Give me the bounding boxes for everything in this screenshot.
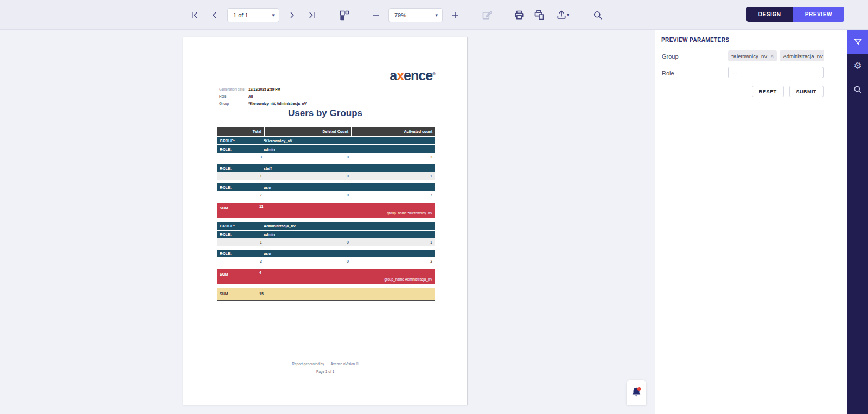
toolbar-divider bbox=[582, 7, 582, 23]
page-selector[interactable]: 1 of 1 ▾ bbox=[227, 8, 279, 22]
toolbar-divider bbox=[328, 7, 328, 23]
cell-total: 1 bbox=[217, 238, 265, 246]
role-param-input[interactable] bbox=[728, 67, 824, 78]
data-row: 1 0 1 bbox=[217, 238, 435, 246]
search-icon bbox=[592, 10, 603, 21]
group-tag: Administracja_nV × bbox=[780, 50, 824, 61]
submit-button[interactable]: SUBMIT bbox=[789, 86, 824, 97]
logo-x: x bbox=[397, 68, 404, 83]
chevron-down-icon: ▾ bbox=[435, 12, 438, 18]
preview-parameters-panel: PREVIEW PARAMETERS Group *Kierownicy_nV … bbox=[655, 30, 847, 414]
print-button[interactable] bbox=[512, 8, 527, 23]
meta-label: Generation date: bbox=[219, 87, 248, 91]
data-row: 3 0 3 bbox=[217, 153, 435, 161]
layout-grid-icon bbox=[339, 10, 349, 21]
tag-text: Administracja_nV bbox=[783, 53, 823, 59]
param-actions: RESET SUBMIT bbox=[728, 86, 824, 97]
bell-icon bbox=[630, 386, 642, 398]
notifications-button[interactable] bbox=[627, 380, 646, 405]
preview-tab[interactable]: PREVIEW bbox=[793, 7, 844, 22]
data-row: 7 0 7 bbox=[217, 191, 435, 199]
role-label: ROLE: bbox=[217, 167, 232, 170]
viewer-toolbar: 1 of 1 ▾ 79% ▾ bbox=[0, 0, 868, 30]
group-label: GROUP: bbox=[217, 224, 235, 228]
report-canvas: axence® Generation date: 12/19/2025 3:59… bbox=[0, 30, 655, 414]
edit-report-button bbox=[480, 8, 495, 23]
sum-note: group_name Administracja_nV bbox=[217, 277, 435, 283]
page-indicator: 1 of 1 bbox=[233, 12, 248, 18]
cell-activated: 7 bbox=[352, 191, 435, 199]
chevron-down-icon: ▾ bbox=[272, 12, 275, 18]
panel-title: PREVIEW PARAMETERS bbox=[661, 37, 729, 43]
first-page-icon bbox=[190, 10, 200, 20]
cell-deleted: 0 bbox=[265, 238, 352, 246]
search-icon bbox=[853, 85, 863, 94]
zoom-level: 79% bbox=[394, 12, 406, 18]
design-tab[interactable]: DESIGN bbox=[746, 7, 793, 22]
mode-toggle: DESIGN PREVIEW bbox=[746, 7, 844, 22]
view-mode-button[interactable] bbox=[336, 8, 352, 23]
sum-label: SUM bbox=[217, 272, 228, 276]
role-row: ROLE: user bbox=[217, 250, 435, 257]
sum-label: SUM bbox=[217, 292, 228, 296]
reset-button[interactable]: RESET bbox=[752, 86, 784, 97]
main-area: axence® Generation date: 12/19/2025 3:59… bbox=[0, 30, 868, 414]
chevron-down-icon: ▾ bbox=[567, 12, 569, 17]
cell-deleted: 0 bbox=[265, 153, 352, 161]
export-button[interactable]: ▾ bbox=[552, 8, 573, 23]
last-page-icon bbox=[307, 10, 317, 20]
group-param-label: Group bbox=[662, 53, 679, 60]
printer-copies-icon bbox=[534, 10, 545, 21]
zoom-out-button[interactable] bbox=[368, 8, 384, 23]
cell-activated: 1 bbox=[352, 238, 435, 246]
report-page: axence® Generation date: 12/19/2025 3:59… bbox=[183, 37, 468, 405]
role-label: ROLE: bbox=[217, 252, 232, 256]
tag-text: *Kierownicy_nV bbox=[731, 53, 768, 59]
export-upload-icon bbox=[556, 10, 567, 21]
role-value: admin bbox=[264, 233, 275, 237]
group-sum-row: SUM 11 group_name *Kierownicy_nV bbox=[217, 203, 435, 218]
meta-row-role: Role All bbox=[219, 93, 307, 100]
meta-row-generation-date: Generation date: 12/19/2025 3:59 PM bbox=[219, 86, 307, 93]
cell-activated: 3 bbox=[352, 257, 435, 265]
settings-tab[interactable]: ⚙ bbox=[847, 54, 868, 78]
zoom-in-button[interactable] bbox=[448, 8, 463, 23]
print-page-button[interactable] bbox=[532, 8, 547, 23]
edit-pencil-icon bbox=[482, 10, 493, 21]
group-param-field[interactable]: *Kierownicy_nV × Administracja_nV × bbox=[728, 50, 824, 61]
first-page-button[interactable] bbox=[187, 8, 202, 23]
search-button[interactable] bbox=[590, 8, 605, 23]
filter-funnel-icon bbox=[853, 37, 863, 47]
last-page-button[interactable] bbox=[304, 8, 320, 23]
registered-mark: ® bbox=[432, 72, 436, 77]
cell-total: 7 bbox=[217, 191, 265, 199]
data-row: 1 0 1 bbox=[217, 172, 435, 180]
previous-page-button[interactable] bbox=[207, 8, 222, 23]
printer-icon bbox=[514, 10, 525, 21]
group-tag: *Kierownicy_nV × bbox=[728, 50, 777, 61]
search-tab[interactable] bbox=[847, 78, 868, 101]
cell-activated: 3 bbox=[352, 153, 435, 161]
group-label: GROUP: bbox=[217, 139, 235, 143]
cell-deleted: 0 bbox=[265, 257, 352, 265]
group-value: Administracja_nV bbox=[264, 224, 296, 228]
next-page-button[interactable] bbox=[284, 8, 299, 23]
cell-total: 1 bbox=[217, 172, 265, 180]
group-row: GROUP: Administracja_nV bbox=[217, 222, 435, 230]
meta-value: *Kierownicy_nV, Administracja_nV bbox=[248, 101, 307, 105]
role-value: staff bbox=[264, 167, 272, 170]
role-row: ROLE: staff bbox=[217, 164, 435, 172]
group-row: GROUP: *Kierownicy_nV bbox=[217, 137, 435, 144]
zoom-selector[interactable]: 79% ▾ bbox=[388, 8, 443, 22]
meta-value: 12/19/2025 3:59 PM bbox=[248, 87, 280, 91]
report-footer-page: Page 1 of 1 bbox=[183, 370, 467, 373]
report-title: Users by Groups bbox=[183, 108, 467, 119]
footer-generator: Axence nVision ® bbox=[330, 362, 358, 366]
footer-generated-by: Report generated by bbox=[292, 362, 324, 366]
role-label: ROLE: bbox=[217, 233, 232, 237]
cell-deleted: 0 bbox=[265, 172, 352, 180]
toolbar-divider bbox=[471, 7, 471, 23]
remove-tag-icon[interactable]: × bbox=[771, 53, 774, 59]
parameters-tab[interactable] bbox=[847, 30, 868, 54]
role-param-label: Role bbox=[662, 70, 674, 77]
